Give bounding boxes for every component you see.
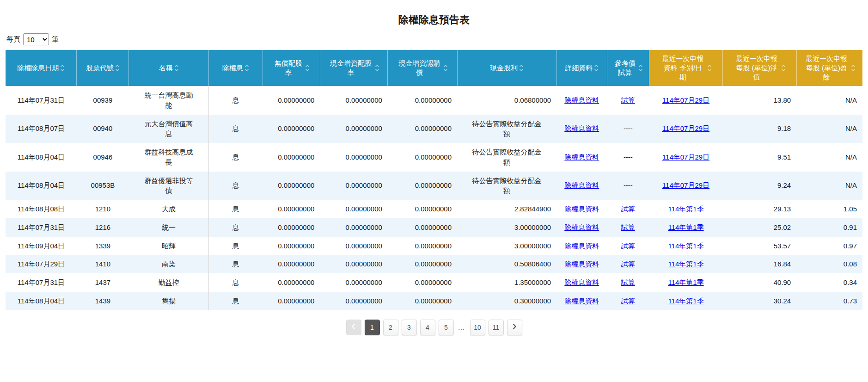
cell-subscription-price: 0.00000000: [415, 204, 452, 214]
report-period-link[interactable]: 114年第1季: [668, 297, 703, 305]
pagination-page-2[interactable]: 2: [383, 320, 398, 335]
sort-icon: [443, 64, 448, 72]
cell-net-value: 9.24: [777, 180, 791, 191]
cell-ex-type: 息: [232, 180, 239, 191]
cell-capital-increase-rate: 0.00000000: [346, 277, 382, 288]
cell-cash-dividend: 0.06800000: [514, 95, 551, 105]
cell-eps: N/A: [845, 180, 857, 191]
cell-ex-date: 114年07月31日: [18, 95, 65, 105]
detail-link[interactable]: 除權息資料: [564, 181, 599, 189]
column-header-label: 參考價試算: [613, 59, 637, 77]
detail-link[interactable]: 除權息資料: [564, 124, 599, 132]
column-header-label: 最近一次申報每股 (單位)淨值: [734, 54, 780, 81]
cell-capital-increase-rate: 0.00000000: [346, 123, 382, 134]
cell-ex-date: 114年07月29日: [18, 259, 65, 269]
calc-link: ----: [623, 180, 633, 191]
cell-stock-dividend-rate: 0.00000000: [278, 152, 314, 162]
report-period-link[interactable]: 114年07月29日: [662, 153, 709, 161]
table-row: 114年09月04日1339昭輝息0.000000000.000000000.0…: [6, 237, 862, 255]
cell-ex-date: 114年08月04日: [18, 152, 65, 162]
cell-ex-date: 114年09月04日: [18, 241, 65, 251]
pagination-page-5[interactable]: 5: [439, 320, 454, 335]
column-header-7[interactable]: 現金增資認購價: [388, 50, 457, 86]
calc-link[interactable]: 試算: [621, 205, 635, 213]
column-header-12[interactable]: 最近一次申報每股 (單位)淨值: [723, 50, 796, 86]
detail-link[interactable]: 除權息資料: [564, 153, 599, 161]
cell-ex-type: 息: [232, 259, 239, 269]
calc-link[interactable]: 試算: [621, 96, 635, 104]
calc-link[interactable]: 試算: [621, 278, 635, 286]
column-header-2[interactable]: 股票代號: [77, 50, 129, 86]
cell-stock-name: 群益科技高息成長: [143, 147, 194, 167]
calc-link[interactable]: 試算: [621, 297, 635, 305]
column-header-4[interactable]: 除權息: [208, 50, 263, 86]
cell-subscription-price: 0.00000000: [415, 259, 452, 269]
cell-net-value: 9.18: [777, 123, 791, 134]
column-header-label: 最近一次申報資料 季別/日期: [660, 54, 706, 81]
pagination-page-10[interactable]: 10: [470, 320, 485, 335]
table-row: 114年08月04日1439雋揚息0.000000000.000000000.0…: [6, 292, 862, 310]
detail-link[interactable]: 除權息資料: [564, 223, 599, 231]
cell-stock-dividend-rate: 0.00000000: [278, 259, 314, 269]
column-header-10[interactable]: 參考價試算: [607, 50, 649, 86]
detail-link[interactable]: 除權息資料: [564, 278, 599, 286]
cell-capital-increase-rate: 0.00000000: [346, 95, 382, 105]
report-period-link[interactable]: 114年第1季: [668, 223, 703, 231]
ex-dividend-table: 除權除息日期股票代號名稱除權息無償配股率現金增資配股率現金增資認購價現金股利詳細…: [6, 50, 862, 310]
cell-stock-name: 元大台灣價值高息: [143, 119, 194, 139]
pagination-prev-button[interactable]: [346, 320, 361, 335]
column-header-13[interactable]: 最近一次申報每股 (單位)盈餘: [796, 50, 862, 86]
cell-net-value: 9.51: [777, 152, 791, 162]
pagination-next-button[interactable]: [507, 320, 522, 335]
column-header-1[interactable]: 除權除息日期: [6, 50, 77, 86]
report-period-link[interactable]: 114年07月29日: [662, 96, 709, 104]
pagination-page-3[interactable]: 3: [402, 320, 417, 335]
cell-eps: 0.73: [844, 296, 857, 306]
table-row: 114年07月31日1437勤益控息0.000000000.000000000.…: [6, 273, 862, 292]
calc-link[interactable]: 試算: [621, 242, 635, 250]
pagination-page-11[interactable]: 11: [489, 320, 504, 335]
report-period-link[interactable]: 114年第1季: [668, 242, 703, 250]
cell-stock-code: 1410: [95, 259, 110, 269]
column-header-3[interactable]: 名稱: [129, 50, 208, 86]
detail-link[interactable]: 除權息資料: [564, 242, 599, 250]
calc-link[interactable]: 試算: [621, 223, 635, 231]
pagination-page-4[interactable]: 4: [420, 320, 435, 335]
report-period-link[interactable]: 114年第1季: [668, 260, 703, 268]
pagination-page-1[interactable]: 1: [365, 320, 380, 335]
column-header-5[interactable]: 無償配股率: [263, 50, 320, 86]
sort-icon: [375, 64, 379, 72]
sort-icon: [305, 64, 310, 72]
cell-net-value: 53.57: [774, 241, 791, 251]
detail-link[interactable]: 除權息資料: [564, 205, 599, 213]
cell-capital-increase-rate: 0.00000000: [346, 296, 382, 306]
cell-ex-type: 息: [232, 95, 239, 105]
column-header-11[interactable]: 最近一次申報資料 季別/日期: [649, 50, 722, 86]
calc-link[interactable]: 試算: [621, 260, 635, 268]
cell-net-value: 16.84: [774, 259, 791, 269]
pagination-ellipsis: …: [457, 323, 467, 331]
sort-icon: [60, 64, 65, 72]
cell-subscription-price: 0.00000000: [415, 296, 452, 306]
detail-link[interactable]: 除權息資料: [564, 297, 599, 305]
cell-stock-dividend-rate: 0.00000000: [278, 204, 314, 214]
cell-stock-dividend-rate: 0.00000000: [278, 296, 314, 306]
sort-icon: [851, 64, 856, 72]
sort-icon: [519, 64, 524, 72]
cell-ex-type: 息: [232, 277, 239, 288]
column-header-8[interactable]: 現金股利: [457, 50, 556, 86]
report-period-link[interactable]: 114年第1季: [668, 205, 703, 213]
report-period-link[interactable]: 114年07月29日: [662, 181, 709, 189]
per-page-select[interactable]: 10: [23, 33, 49, 45]
chevron-right-icon: [512, 323, 517, 331]
page-title: 除權除息預告表: [0, 13, 868, 27]
detail-link[interactable]: 除權息資料: [564, 260, 599, 268]
report-period-link[interactable]: 114年第1季: [668, 278, 703, 286]
table-row: 114年07月29日1410南染息0.000000000.000000000.0…: [6, 255, 862, 273]
report-period-link[interactable]: 114年07月29日: [662, 124, 709, 132]
column-header-9[interactable]: 詳細資料: [556, 50, 607, 86]
column-header-label: 現金增資認購價: [397, 59, 442, 77]
cell-subscription-price: 0.00000000: [415, 241, 452, 251]
detail-link[interactable]: 除權息資料: [564, 96, 599, 104]
column-header-6[interactable]: 現金增資配股率: [320, 50, 387, 86]
